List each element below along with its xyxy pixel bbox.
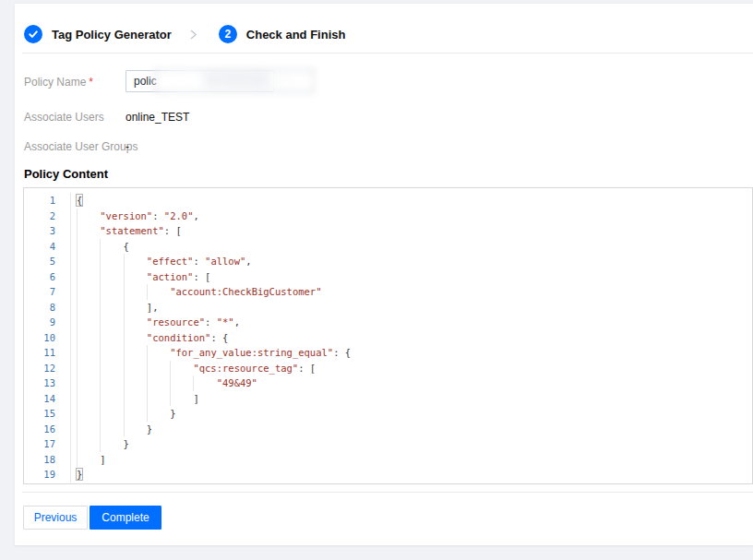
code-text: "statement": [ bbox=[71, 223, 182, 239]
line-number: 12 bbox=[24, 361, 71, 376]
code-line[interactable]: 6"action": [ bbox=[24, 269, 752, 285]
code-line[interactable]: 9"resource": "*", bbox=[24, 315, 752, 330]
code-text: ] bbox=[71, 391, 199, 407]
associate-user-groups-label: Associate User Groups bbox=[24, 140, 137, 153]
indent-guide bbox=[147, 391, 170, 407]
indent-guide bbox=[170, 361, 193, 376]
previous-button[interactable]: Previous bbox=[23, 506, 88, 530]
code-line[interactable]: 5"effect": "allow", bbox=[24, 254, 752, 269]
line-number: 9 bbox=[24, 315, 71, 330]
line-number: 17 bbox=[24, 436, 71, 452]
code-line[interactable]: 8], bbox=[24, 300, 752, 316]
indent-guide bbox=[77, 436, 100, 452]
policy-content-heading: Policy Content bbox=[24, 167, 108, 181]
line-number: 11 bbox=[24, 345, 71, 361]
indent-guide bbox=[77, 375, 100, 391]
step-1-label: Tag Policy Generator bbox=[52, 28, 172, 42]
indent-guide bbox=[124, 254, 147, 269]
code-text: } bbox=[71, 436, 129, 452]
indent-guide bbox=[77, 284, 100, 300]
indent-guide bbox=[124, 391, 147, 407]
step-2: 2 Check and Finish bbox=[219, 25, 346, 43]
indent-guide bbox=[100, 239, 123, 255]
indent-guide bbox=[100, 284, 123, 300]
code-line[interactable]: 19} bbox=[24, 467, 752, 483]
line-number: 19 bbox=[24, 467, 71, 483]
indent-guide bbox=[77, 345, 100, 361]
indent-guide bbox=[100, 330, 123, 346]
code-line[interactable]: 16} bbox=[24, 422, 752, 437]
indent-guide bbox=[147, 361, 170, 376]
line-number: 13 bbox=[24, 375, 71, 391]
indent-guide bbox=[77, 361, 100, 376]
indent-guide bbox=[100, 375, 123, 391]
policy-name-input[interactable] bbox=[126, 70, 274, 92]
indent-guide bbox=[147, 406, 170, 422]
code-line[interactable]: 2"version": "2.0", bbox=[24, 209, 752, 224]
code-line[interactable]: 12"qcs:resource_tag": [ bbox=[24, 361, 752, 376]
policy-name-label: Policy Name* bbox=[24, 76, 93, 89]
indent-guide bbox=[124, 330, 147, 346]
code-text: "49&49" bbox=[71, 375, 257, 391]
code-line[interactable]: 7"account:CheckBigCustomer" bbox=[24, 284, 752, 300]
line-number: 14 bbox=[24, 391, 71, 407]
line-number: 1 bbox=[24, 193, 71, 209]
step-1[interactable]: Tag Policy Generator bbox=[24, 25, 172, 43]
code-text: "condition": { bbox=[71, 330, 228, 346]
indent-guide bbox=[77, 209, 100, 224]
line-number: 5 bbox=[24, 254, 71, 269]
code-text: "account:CheckBigCustomer" bbox=[71, 284, 322, 300]
code-text: ], bbox=[71, 300, 159, 316]
indent-guide bbox=[77, 330, 100, 346]
indent-guide bbox=[100, 436, 123, 452]
code-line[interactable]: 3"statement": [ bbox=[24, 223, 752, 239]
step-indicator: Tag Policy Generator 2 Check and Finish bbox=[24, 25, 345, 43]
line-number: 10 bbox=[24, 330, 71, 346]
indent-guide bbox=[77, 239, 100, 255]
indent-guide bbox=[124, 284, 147, 300]
indent-guide bbox=[77, 300, 100, 316]
code-editor[interactable]: 1{2"version": "2.0",3"statement": [4{5"e… bbox=[23, 187, 753, 484]
indent-guide bbox=[100, 254, 123, 269]
content-card: Tag Policy Generator 2 Check and Finish … bbox=[15, 4, 753, 545]
indent-guide bbox=[77, 452, 100, 468]
indent-guide bbox=[100, 422, 123, 437]
indent-guide bbox=[100, 315, 123, 330]
indent-guide bbox=[100, 406, 123, 422]
indent-guide bbox=[77, 391, 100, 407]
indent-guide bbox=[124, 361, 147, 376]
code-line[interactable]: 13"49&49" bbox=[24, 375, 752, 391]
code-line[interactable]: 10"condition": { bbox=[24, 330, 752, 346]
code-text: } bbox=[71, 406, 175, 422]
indent-guide bbox=[170, 375, 193, 391]
header-divider bbox=[22, 53, 753, 54]
indent-guide bbox=[147, 284, 170, 300]
code-text: "for_any_value:string_equal": { bbox=[71, 345, 351, 361]
code-line[interactable]: 17} bbox=[24, 436, 752, 452]
step-2-number-badge: 2 bbox=[219, 25, 237, 43]
required-asterisk: * bbox=[89, 76, 93, 89]
indent-guide bbox=[100, 345, 123, 361]
code-line[interactable]: 15} bbox=[24, 406, 752, 422]
footer-divider bbox=[22, 492, 753, 493]
code-text: { bbox=[71, 193, 82, 209]
indent-guide bbox=[100, 391, 123, 407]
policy-name-label-text: Policy Name bbox=[24, 76, 86, 89]
indent-guide bbox=[124, 375, 147, 391]
indent-guide bbox=[77, 406, 100, 422]
code-line[interactable]: 18] bbox=[24, 452, 752, 468]
code-line[interactable]: 1{ bbox=[24, 193, 752, 209]
code-text: "action": [ bbox=[71, 269, 210, 285]
code-line[interactable]: 4{ bbox=[24, 239, 752, 255]
line-number: 3 bbox=[24, 223, 71, 239]
code-text: } bbox=[71, 422, 152, 437]
code-editor-lines: 1{2"version": "2.0",3"statement": [4{5"e… bbox=[24, 193, 752, 483]
associate-users-value: online_TEST bbox=[126, 111, 189, 124]
code-line[interactable]: 14] bbox=[24, 391, 752, 407]
indent-guide bbox=[77, 254, 100, 269]
complete-button[interactable]: Complete bbox=[90, 506, 161, 530]
code-line[interactable]: 11"for_any_value:string_equal": { bbox=[24, 345, 752, 361]
line-number: 4 bbox=[24, 239, 71, 255]
indent-guide bbox=[124, 269, 147, 285]
indent-guide bbox=[147, 345, 170, 361]
